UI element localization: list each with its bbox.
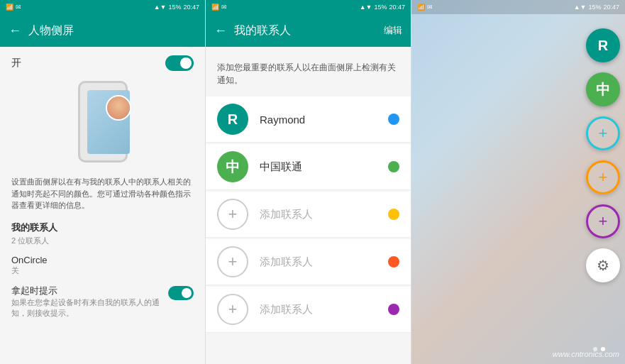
panel1-title: 人物侧屏 [28,23,74,38]
edit-button[interactable]: 编辑 [384,24,402,37]
panel-people-sidebar: 📶 ✉ ▲▼ 15% 20:47 ← 人物侧屏 开 设置曲面侧屏以在有与我 [0,0,206,364]
status-bar-3: 📶 ✉ ▲▼ 15% 20:47 [411,0,625,14]
contact-item-china-unicom[interactable]: 中 中国联通 [206,144,411,190]
pickup-text-area: 拿起时提示 如果在您拿起设备时有来自我的联系人的通知，则接收提示。 [11,285,162,319]
status-bar-2: 📶 ✉ ▲▼ 15% 20:47 [206,0,411,14]
pickup-toggle[interactable] [168,286,194,300]
back-button-1[interactable]: ← [9,23,21,38]
contact-avatar-raymond: R [217,104,248,135]
status-icons-3-right: ▲▼ 15% 20:47 [574,4,619,11]
signal-icon-2: ▲▼ [360,4,372,11]
contact-name-china-unicom: 中国联通 [260,160,377,174]
panel2-intro: 添加您最重要的联系人以在曲面侧屏上检测有关通知。 [206,54,411,96]
side-add-btn-3[interactable]: + [586,204,620,238]
battery-text: 15% [168,4,181,11]
add-contact-label-1: 添加联系人 [260,208,377,221]
pickup-hint-section: 拿起时提示 如果在您拿起设备时有来自我的联系人的通知，则接收提示。 [11,285,194,319]
status-bar-2-left: 📶 ✉ [211,4,227,11]
my-contacts-title: 我的联系人 [11,221,194,234]
watermark-text: www.cntronics.com [553,350,619,358]
side-add-btn-2[interactable]: + [586,160,620,194]
top-bar-1: ← 人物侧屏 [0,14,205,47]
add-contact-icon-3: + [217,294,248,325]
contact-item-raymond[interactable]: R Raymond [206,96,411,143]
panel1-description: 设置曲面侧屏以在有与我的联系人中的联系人相关的通知时亮起不同的颜色。您可通过滑动… [11,176,194,211]
clock-text-3: 20:47 [603,4,619,11]
avatar-face [107,96,130,119]
add-contact-slot-2[interactable]: + 添加联系人 [206,239,411,285]
top-bar-2-left: ← 我的联系人 [214,23,291,38]
panel-home-screen: 📶 ✉ ▲▼ 15% 20:47 R 中 + + + ⚙ www.cntroni… [411,0,625,364]
contact-color-dot-raymond[interactable] [388,114,399,125]
avatar-graphic [106,95,131,121]
battery-text-2: 15% [374,4,387,11]
back-button-2[interactable]: ← [214,23,227,38]
signal-icon: ▲▼ [154,4,167,11]
battery-text-3: 15% [588,4,601,11]
my-contacts-section: 我的联系人 2 位联系人 [11,221,194,246]
add-contact-label-3: 添加联系人 [260,303,377,316]
oncircle-value: 关 [11,265,194,276]
side-settings-button[interactable]: ⚙ [586,248,620,282]
phone-graphic [74,81,131,166]
add-contact-slot-3[interactable]: + 添加联系人 [206,287,411,333]
clock-text-2: 20:47 [389,4,405,11]
pickup-toggle-row: 拿起时提示 如果在您拿起设备时有来自我的联系人的通知，则接收提示。 [11,285,194,319]
contact-avatar-china-unicom: 中 [217,151,248,182]
status-icons-right: ▲▼ 15% 20:47 [154,4,199,11]
oncircle-section: OnCircle 关 [11,255,194,276]
status-icons-left: 📶 ✉ [6,4,21,11]
status-bar-1: 📶 ✉ ▲▼ 15% 20:47 [0,0,205,14]
pickup-hint-label: 拿起时提示 [11,285,162,297]
panel1-content: 开 设置曲面侧屏以在有与我的联系人中的联系人相关的通知时亮起不同的颜色。您可通过… [0,47,205,364]
phone-illustration [11,81,194,166]
side-contact-zhong[interactable]: 中 [586,72,620,106]
main-toggle[interactable] [165,55,194,71]
add-contact-icon-1: + [217,199,248,230]
toggle-on-label: 开 [11,57,21,70]
contact-color-dot-china-unicom[interactable] [388,161,399,172]
add-contact-dot-2[interactable] [388,256,399,268]
edge-side-panel: R 中 + + + ⚙ [581,14,625,319]
add-contact-slot-1[interactable]: + 添加联系人 [206,192,411,238]
add-contact-label-2: 添加联系人 [260,255,377,269]
add-contact-icon-2: + [217,246,248,277]
add-contact-dot-1[interactable] [388,209,399,220]
add-contact-dot-3[interactable] [388,304,399,315]
contact-name-raymond: Raymond [260,114,377,126]
top-bar-2: ← 我的联系人 编辑 [206,14,411,47]
status-bar-3-left: 📶 ✉ [417,4,433,11]
settings-icon: ⚙ [597,257,609,274]
status-icons-2-left: 📶 ✉ [211,4,227,11]
signal-icon-3: ▲▼ [574,4,587,11]
my-contacts-count: 2 位联系人 [11,236,194,246]
oncircle-label: OnCircle [11,255,194,265]
pickup-hint-desc: 如果在您拿起设备时有来自我的联系人的通知，则接收提示。 [11,297,162,319]
toggle-on-row: 开 [11,55,194,71]
side-contact-r[interactable]: R [586,28,620,62]
side-add-btn-1[interactable]: + [586,116,620,150]
clock-text: 20:47 [183,4,199,11]
panel2-title: 我的联系人 [234,23,291,38]
panel2-content: 添加您最重要的联系人以在曲面侧屏上检测有关通知。 R Raymond 中 中国联… [206,47,411,364]
phone-body [78,81,128,162]
panel-my-contacts: 📶 ✉ ▲▼ 15% 20:47 ← 我的联系人 编辑 添加您最重要的联系人以在… [206,0,411,364]
status-icons-3-left: 📶 ✉ [417,4,433,11]
status-icons-2-right: ▲▼ 15% 20:47 [360,4,405,11]
status-bar-left: 📶 ✉ [6,4,21,11]
